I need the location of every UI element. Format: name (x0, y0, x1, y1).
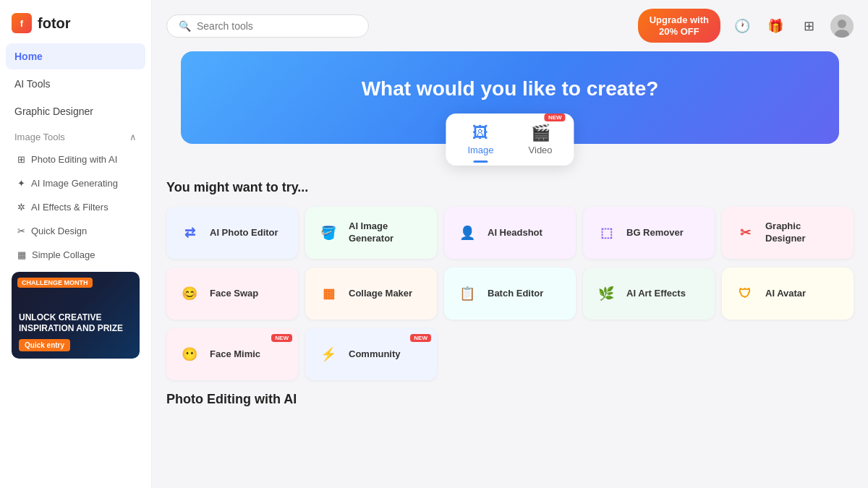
sliders-icon: ⊞ (17, 154, 25, 165)
image-tab-icon: 🖼 (472, 124, 488, 142)
tools-row-1: ⇄ AI Photo Editor 🪣 AI Image Generator 👤… (166, 207, 854, 259)
collage-icon: ▦ (17, 249, 26, 260)
tool-collage-maker[interactable]: ▦ Collage Maker (305, 267, 437, 320)
main-content: 🔍 Upgrade with 20% OFF 🕐 🎁 ⊞ What would … (152, 0, 868, 488)
sidebar-item-ai-image[interactable]: ✦ AI Image Generating (6, 172, 145, 194)
ai-image-gen-icon: 🪣 (315, 220, 341, 246)
search-icon: 🔍 (179, 20, 191, 32)
tool-face-mimic[interactable]: NEW 😶 Face Mimic (166, 328, 298, 380)
history-icon[interactable]: 🕐 (731, 14, 754, 38)
tool-ai-art-effects[interactable]: 🌿 AI Art Effects (583, 267, 715, 320)
tool-ai-avatar[interactable]: 🛡 AI Avatar (722, 267, 854, 320)
sidebar-navigation: Home AI Tools Graphic Designer Image Too… (0, 43, 151, 488)
face-mimic-icon: 😶 (176, 341, 203, 367)
tool-ai-headshot[interactable]: 👤 AI Headshot (444, 207, 576, 259)
sidebar-banner: Challenge Month UNLOCK CREATIVE INSPIRAT… (12, 272, 140, 359)
design-icon: ✂ (17, 226, 25, 236)
hero-banner: What would you like to create? 🖼 Image N… (181, 51, 839, 144)
logo-text: fotor (38, 15, 71, 32)
hero-tab-video[interactable]: NEW 🎬 Video (511, 118, 570, 161)
video-tab-icon: 🎬 (531, 124, 550, 142)
community-new-badge: NEW (410, 334, 431, 342)
section-title: You might want to try... (166, 180, 854, 195)
tool-face-swap[interactable]: 😊 Face Swap (166, 267, 298, 320)
hero-title: What would you like to create? (195, 77, 825, 100)
sidebar-item-label: AI Tools (14, 78, 51, 90)
face-swap-icon: 😊 (176, 281, 203, 307)
sidebar-item-ai-effects[interactable]: ✲ AI Effects & Filters (6, 196, 145, 218)
logo-icon: f (12, 13, 32, 33)
graphic-designer-icon: ✂ (732, 220, 758, 246)
sidebar-item-ai-tools[interactable]: AI Tools (6, 71, 145, 97)
chevron-up-icon: ∧ (129, 132, 137, 142)
sidebar: f fotor Home AI Tools Graphic Designer I… (0, 0, 152, 488)
banner-button[interactable]: Quick entry (19, 339, 70, 351)
logo[interactable]: f fotor (0, 0, 151, 43)
banner-badge: Challenge Month (17, 278, 93, 288)
batch-editor-icon: 📋 (454, 281, 480, 307)
tool-graphic-designer[interactable]: ✂ Graphic Designer (722, 207, 854, 259)
community-icon: ⚡ (315, 341, 341, 367)
grid-icon[interactable]: ⊞ (797, 14, 820, 38)
tool-ai-image-generator[interactable]: 🪣 AI Image Generator (305, 207, 437, 259)
photo-section-title: Photo Editing with AI (166, 392, 854, 407)
ai-art-effects-icon: 🌿 (593, 281, 619, 307)
tools-section: You might want to try... ⇄ AI Photo Edit… (152, 144, 868, 421)
bg-remover-icon: ⬚ (593, 220, 619, 246)
sidebar-item-home[interactable]: Home (6, 43, 145, 69)
banner-title: UNLOCK CREATIVE INSPIRATION AND PRIZE (19, 312, 132, 335)
tool-batch-editor[interactable]: 📋 Batch Editor (444, 267, 576, 320)
hero-tabs: 🖼 Image NEW 🎬 Video (446, 114, 574, 166)
tools-row-3: NEW 😶 Face Mimic NEW ⚡ Community (166, 328, 854, 380)
sidebar-item-photo-editing[interactable]: ⊞ Photo Editing with AI (6, 148, 145, 171)
tool-community[interactable]: NEW ⚡ Community (305, 328, 437, 380)
topbar-right: Upgrade with 20% OFF 🕐 🎁 ⊞ (638, 9, 854, 43)
tools-row-2: 😊 Face Swap ▦ Collage Maker 📋 Batch Edit… (166, 267, 854, 320)
image-tools-section[interactable]: Image Tools ∧ (6, 126, 145, 148)
ai-photo-editor-icon: ⇄ (176, 220, 203, 246)
topbar: 🔍 Upgrade with 20% OFF 🕐 🎁 ⊞ (152, 0, 868, 51)
collage-maker-icon: ▦ (315, 281, 341, 307)
search-box[interactable]: 🔍 (166, 14, 369, 38)
sidebar-item-simple-collage[interactable]: ▦ Simple Collage (6, 244, 145, 266)
ai-headshot-icon: 👤 (454, 220, 480, 246)
tool-ai-photo-editor[interactable]: ⇄ AI Photo Editor (166, 207, 298, 259)
avatar[interactable] (830, 14, 854, 38)
upgrade-button[interactable]: Upgrade with 20% OFF (638, 9, 720, 43)
search-input[interactable] (197, 20, 357, 32)
svg-point-1 (838, 20, 846, 28)
sidebar-item-label: Home (14, 51, 43, 62)
tool-bg-remover[interactable]: ⬚ BG Remover (583, 207, 715, 259)
gift-icon[interactable]: 🎁 (764, 14, 787, 38)
sidebar-item-graphic-designer[interactable]: Graphic Designer (6, 98, 145, 124)
new-badge: NEW (545, 114, 566, 121)
ai-avatar-icon: 🛡 (732, 281, 758, 307)
hero-tab-image[interactable]: 🖼 Image (450, 118, 511, 161)
sidebar-item-quick-design[interactable]: ✂ Quick Design (6, 220, 145, 242)
sidebar-item-label: Graphic Designer (14, 106, 93, 117)
sparkle-icon: ✦ (17, 178, 25, 189)
face-mimic-new-badge: NEW (271, 334, 292, 342)
effects-icon: ✲ (17, 202, 25, 213)
